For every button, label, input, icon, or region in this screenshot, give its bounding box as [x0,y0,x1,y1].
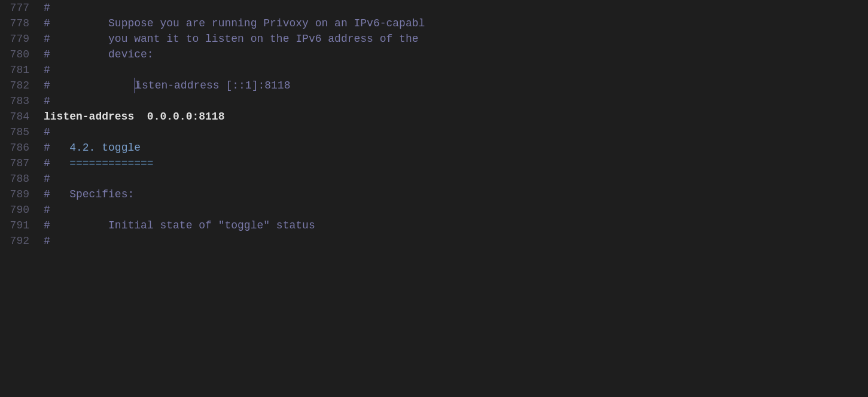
hash-symbol: # [44,173,50,185]
code-line: 782# listen-address [::1]:8118 [0,78,868,93]
hash-symbol: # [44,33,50,45]
hash-symbol: # [44,204,50,216]
code-area[interactable]: 777#778# Suppose you are running Privoxy… [0,0,868,397]
line-content: # Suppose you are running Privoxy on an … [39,16,868,31]
line-content: # device: [39,47,868,62]
line-content: # [39,62,868,78]
line-number: 783 [0,93,39,109]
hash-symbol: # [44,219,50,231]
code-line: 789# Specifies: [0,187,868,202]
line-number: 789 [0,187,39,202]
hash-symbol: # [44,48,50,60]
code-line: 790# [0,202,868,218]
code-line: 783# [0,93,868,109]
code-line: 792# [0,233,868,249]
comment-text: Specifies: [50,188,134,200]
line-content: # listen-address [::1]:8118 [39,78,868,93]
code-line: 785# [0,124,868,140]
code-line: 777# [0,0,868,16]
line-number: 790 [0,202,39,218]
code-line: 786# 4.2. toggle [0,140,868,155]
line-number: 784 [0,109,39,124]
code-line: 778# Suppose you are running Privoxy on … [0,16,868,31]
directive-keyword: listen-address 0.0.0.0:8118 [44,111,224,123]
hash-symbol: # [44,142,57,154]
editor-container: 777#778# Suppose you are running Privoxy… [0,0,868,397]
line-number: 787 [0,155,39,171]
line-number: 778 [0,16,39,31]
code-line: 780# device: [0,47,868,62]
line-content: # [39,202,868,218]
code-line: 787# ============= [0,155,868,171]
comment-text: you want it to listen on the IPv6 addres… [50,33,419,45]
line-content: # [39,171,868,187]
line-number: 782 [0,78,39,93]
line-content: listen-address 0.0.0.0:8118 [39,109,868,124]
code-line: 791# Initial state of "toggle" status [0,218,868,233]
hash-symbol: # [44,157,57,169]
equals-line: ============= [57,157,154,169]
code-line: 784listen-address 0.0.0.0:8118 [0,109,868,124]
line-content: # 4.2. toggle [39,140,868,155]
line-number: 788 [0,171,39,187]
code-line: 788# [0,171,868,187]
hash-symbol: # [44,80,57,91]
section-header: 4.2. toggle [57,142,141,154]
comment-text: Initial state of "toggle" status [50,219,315,231]
line-content: # you want it to listen on the IPv6 addr… [39,31,868,47]
hash-symbol: # [44,126,50,138]
hash-symbol: # [44,235,50,247]
comment-text: device: [50,48,154,60]
line-number: 785 [0,124,39,140]
comment-text: Suppose you are running Privoxy on an IP… [50,17,425,29]
code-lines: 777#778# Suppose you are running Privoxy… [0,0,868,249]
hash-symbol: # [44,17,50,29]
line-content: # [39,0,868,16]
code-line: 779# you want it to listen on the IPv6 a… [0,31,868,47]
line-number: 779 [0,31,39,47]
line-number: 780 [0,47,39,62]
line-number: 777 [0,0,39,16]
text-cursor: l [134,78,135,93]
code-line: 781# [0,62,868,78]
line-number: 792 [0,233,39,249]
hash-symbol: # [44,2,50,14]
line-number: 781 [0,62,39,78]
hash-symbol: # [44,188,50,200]
line-number: 791 [0,218,39,233]
line-content: # Specifies: [39,187,868,202]
line-content: # ============= [39,155,868,171]
hash-symbol: # [44,64,50,76]
line-content: # [39,124,868,140]
hash-symbol: # [44,95,50,107]
line-content: # [39,93,868,109]
line-number: 786 [0,140,39,155]
comment-text: listen-address [::1]:8118 [57,80,291,91]
line-content: # Initial state of "toggle" status [39,218,868,233]
line-content: # [39,233,868,249]
